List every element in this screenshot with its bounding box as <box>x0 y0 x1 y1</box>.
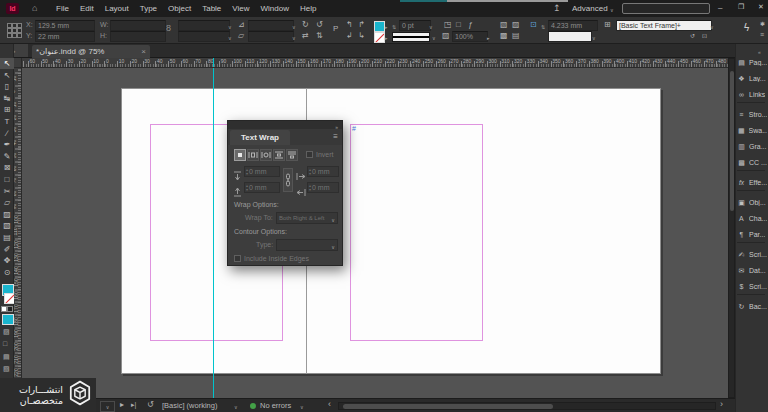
vertical-ruler[interactable]: 1001020304050607080901001101201301401501… <box>14 68 22 398</box>
stroke-color-swatch[interactable] <box>374 32 385 43</box>
page-number-dropdown[interactable]: ∨ <box>100 401 115 412</box>
preflight-chevron-icon[interactable]: ∨ <box>234 402 238 412</box>
menu-type[interactable]: Type <box>140 4 157 13</box>
swatch-chevron-icon[interactable]: ∨ <box>592 33 596 43</box>
panel-button-cc-libraries[interactable]: ▩CC ... <box>737 156 767 169</box>
minimize-button[interactable]: – <box>718 3 722 12</box>
share-icon[interactable]: ↥ <box>553 3 561 13</box>
invert-checkbox[interactable] <box>306 151 313 158</box>
workspace-chevron-icon[interactable]: ∨ <box>610 5 614 15</box>
menu-table[interactable]: Table <box>202 4 221 13</box>
gap-tool[interactable]: ↹ <box>0 93 14 104</box>
vertical-scrollbar[interactable] <box>728 58 735 398</box>
panel-button-layers[interactable]: ❖Lay... <box>737 72 767 85</box>
stroke-weight-spinner-icon[interactable]: ⇅ <box>392 22 396 32</box>
swap-fill-stroke-icon[interactable] <box>7 306 13 312</box>
stroke-weight-field[interactable]: 0 pt <box>399 20 431 31</box>
swatch-dropdown[interactable] <box>548 31 592 42</box>
wrap-jump-next-column-button[interactable] <box>286 149 298 161</box>
menu-file[interactable]: File <box>56 4 69 13</box>
panel-button-background-tasks[interactable]: ↻Bac... <box>737 300 767 313</box>
include-inside-edges-checkbox[interactable] <box>234 255 241 262</box>
last-page-button[interactable]: ▸| <box>131 400 136 410</box>
scissors-tool[interactable]: ✂ <box>0 186 14 197</box>
menu-view[interactable]: View <box>232 4 249 13</box>
top-offset-field[interactable]: ▴▾0 mm <box>244 166 280 177</box>
gradient-tool[interactable]: ▨ <box>0 209 14 220</box>
fill-flyout-icon[interactable]: ▸ <box>385 22 388 32</box>
panel-button-paragraph-styles[interactable]: ¶Par... <box>737 228 767 241</box>
stroke-weight-chevron-icon[interactable]: ∨ <box>429 22 433 32</box>
content-collector-tool[interactable]: ⊞ <box>0 104 14 115</box>
link-offsets-chain-button[interactable] <box>283 168 293 192</box>
scale-y-chevron-icon[interactable]: ∨ <box>228 33 232 43</box>
clear-overrides-icon[interactable]: ↺ <box>690 31 695 41</box>
apply-none-button[interactable]: □ <box>3 339 7 349</box>
ruler-guide-vertical[interactable] <box>213 68 214 398</box>
rotate-ccw-icon[interactable]: ↺ <box>316 20 323 30</box>
stroke-style-preview[interactable] <box>392 32 430 42</box>
ruler-corner[interactable] <box>14 58 22 68</box>
flip-vertical-icon[interactable]: ⇅ <box>316 31 323 41</box>
panel-button-scripts[interactable]: ✍Scri... <box>737 248 767 261</box>
panel-button-script-label[interactable]: $Scri... <box>737 280 767 293</box>
panel-button-data-merge[interactable]: ✉Dat... <box>737 264 767 277</box>
horizontal-ruler[interactable]: 6050403020100102030405060708090100110120… <box>22 58 728 68</box>
eyedropper-tool[interactable]: ✐ <box>0 244 14 255</box>
wrap-object-shape-button[interactable] <box>260 149 272 161</box>
horizontal-scrollbar[interactable] <box>338 402 716 410</box>
restore-button[interactable]: ❐ <box>738 3 744 11</box>
h-field[interactable] <box>110 31 166 42</box>
rectangle-tool[interactable]: □ <box>0 174 14 185</box>
quick-apply-icon[interactable]: ϟ <box>744 23 749 33</box>
rotation-field[interactable] <box>248 20 294 31</box>
frame-tool[interactable]: ⊠ <box>0 162 14 173</box>
reference-point-proxy[interactable] <box>7 23 21 37</box>
object-style-chevron-icon[interactable]: ∨ <box>710 22 714 32</box>
control-menu-icon[interactable]: ≡ <box>760 30 764 40</box>
hscroll-left-icon[interactable]: ‹ <box>328 399 331 409</box>
style-options-icon[interactable]: ⊡ <box>702 31 707 41</box>
menu-edit[interactable]: Edit <box>80 4 94 13</box>
free-transform-tool[interactable]: ▱ <box>0 197 14 208</box>
effects-icon[interactable]: ▨ <box>512 20 520 30</box>
preflight-status-text[interactable]: No errors <box>260 399 291 412</box>
panel-button-effects[interactable]: fxEffe... <box>737 176 767 189</box>
corner-shape-icon[interactable]: □ <box>456 20 461 30</box>
panel-button-gradient[interactable]: ▥Gra... <box>737 140 767 153</box>
wrap-bound-icon[interactable]: ▤ <box>512 31 520 41</box>
flip-horizontal-icon[interactable]: ⇄ <box>302 31 309 41</box>
contour-type-dropdown[interactable]: ∨ <box>276 239 338 251</box>
scale-y-field[interactable] <box>178 31 230 42</box>
gap-spinner-icon[interactable]: ⇅ <box>541 22 545 32</box>
home-icon[interactable]: ⌂ <box>32 3 37 13</box>
opacity-flyout-icon[interactable]: ▸ <box>487 33 490 43</box>
w-field[interactable] <box>110 20 166 31</box>
zoom-tool[interactable]: ⊙ <box>0 267 14 278</box>
wrap-none-button[interactable] <box>234 149 246 161</box>
panel-button-object-styles[interactable]: ▣Obj... <box>737 196 767 209</box>
view-mode-button[interactable]: ▤ <box>3 352 10 362</box>
tab-close-icon[interactable]: × <box>141 47 146 56</box>
menu-window[interactable]: Window <box>261 4 289 13</box>
constrain-wh-chain-icon[interactable]: 8 <box>166 23 171 33</box>
select-content-icon[interactable]: ↱ <box>358 20 365 30</box>
rotate-cw-icon[interactable]: ↻ <box>302 20 309 30</box>
gradient-feather-tool[interactable]: ▧ <box>0 220 14 231</box>
horizontal-scrollbar-thumb[interactable] <box>343 404 553 409</box>
x-field[interactable]: 129.5 mm <box>35 20 95 31</box>
y-field[interactable]: 22 mm <box>35 31 95 42</box>
panel-button-character-styles[interactable]: ACha... <box>737 212 767 225</box>
page-tool[interactable]: ▯ <box>0 81 14 92</box>
close-button[interactable]: ✕ <box>758 3 764 11</box>
drop-shadow-icon[interactable]: ▧ <box>500 20 508 30</box>
vertical-scrollbar-thumb[interactable] <box>730 71 734 211</box>
wrap-to-dropdown[interactable]: Both Right & Left Sides ∨ <box>276 212 338 224</box>
note-tool[interactable]: ▤ <box>0 232 14 243</box>
fill-color-swatch[interactable] <box>374 21 385 32</box>
panel-button-swatches[interactable]: ▦Swa... <box>737 124 767 137</box>
selection-tool[interactable]: ↖ <box>0 58 14 69</box>
pen-tool[interactable]: ✒ <box>0 139 14 150</box>
object-style-dropdown[interactable]: [Basic Text Frame]+ <box>616 20 712 31</box>
workspace-switcher[interactable]: Advanced <box>572 4 608 13</box>
